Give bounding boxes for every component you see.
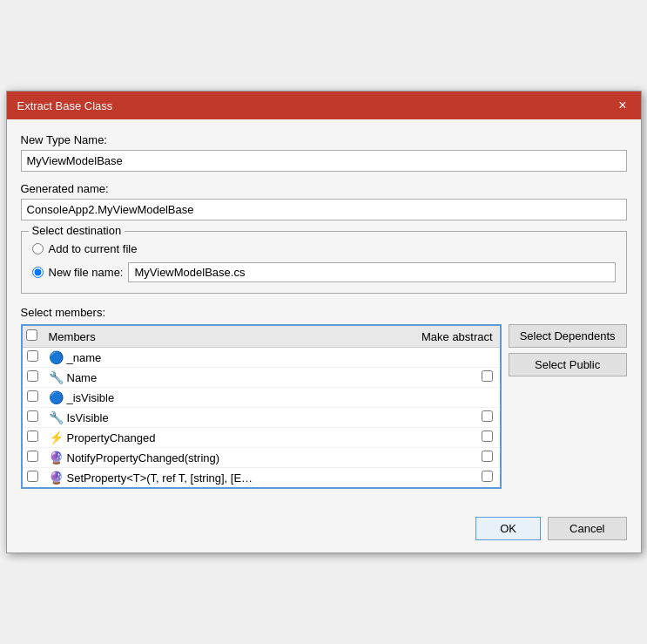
select-all-checkbox[interactable] bbox=[26, 329, 37, 341]
dialog-footer: OK Cancel bbox=[7, 510, 641, 552]
property-icon: 🔧 bbox=[49, 410, 64, 424]
property-icon: 🔧 bbox=[49, 370, 64, 384]
members-table: Members Make abstract 🔵 bbox=[23, 326, 500, 487]
member-checkbox-NotifyPropertyChanged[interactable] bbox=[27, 451, 38, 462]
member-checkbox-Name[interactable] bbox=[27, 370, 38, 382]
abstract-checkbox-SetProperty[interactable] bbox=[482, 471, 493, 482]
select-dependents-button[interactable]: Select Dependents bbox=[509, 324, 627, 348]
members-table-body: 🔵 _name bbox=[23, 348, 500, 488]
member-checkbox-PropertyChanged[interactable] bbox=[27, 430, 38, 442]
abstract-checkbox-Name[interactable] bbox=[482, 370, 493, 382]
member-cell: 🔵 _name bbox=[44, 348, 373, 368]
radio-add-current-row: Add to current file bbox=[32, 242, 616, 255]
new-type-name-label: New Type Name: bbox=[21, 133, 627, 146]
member-cell: 🔵 _isVisible bbox=[44, 388, 373, 408]
dialog-title: Extract Base Class bbox=[17, 99, 113, 112]
side-buttons: Select Dependents Select Public bbox=[509, 324, 627, 376]
abstract-checkbox-PropertyChanged[interactable] bbox=[482, 430, 493, 442]
members-area: Members Make abstract 🔵 bbox=[21, 324, 627, 489]
radio-new-file-row: New file name: bbox=[32, 262, 616, 282]
member-label: Name bbox=[67, 371, 98, 384]
title-bar: Extract Base Class × bbox=[7, 92, 641, 119]
new-file-input[interactable] bbox=[128, 262, 615, 282]
event-icon: ⚡ bbox=[49, 430, 64, 444]
radio-new-file[interactable] bbox=[32, 267, 44, 278]
member-label: NotifyPropertyChanged(string) bbox=[67, 451, 220, 464]
extract-base-class-dialog: Extract Base Class × New Type Name: Gene… bbox=[6, 91, 642, 553]
radio-group: Add to current file New file name: bbox=[32, 239, 616, 282]
radio-add-current-label[interactable]: Add to current file bbox=[49, 242, 138, 255]
select-public-button[interactable]: Select Public bbox=[509, 353, 627, 376]
destination-group: Select destination Add to current file N… bbox=[21, 231, 627, 294]
radio-new-file-label[interactable]: New file name: bbox=[49, 266, 124, 279]
field-icon: 🔵 bbox=[49, 390, 64, 404]
member-label: _isVisible bbox=[67, 391, 115, 404]
generated-name-label: Generated name: bbox=[21, 182, 627, 195]
destination-legend: Select destination bbox=[29, 224, 125, 237]
member-label: PropertyChanged bbox=[67, 431, 156, 444]
cancel-button[interactable]: Cancel bbox=[548, 517, 626, 540]
member-checkbox-isVisible[interactable] bbox=[27, 390, 38, 402]
member-cell: 🔧 IsVisible bbox=[44, 408, 373, 428]
member-label: IsVisible bbox=[67, 411, 109, 424]
table-row: 🔵 _isVisible bbox=[23, 388, 500, 408]
table-row: 🔧 Name bbox=[23, 368, 500, 388]
members-label: Select members: bbox=[21, 306, 627, 319]
generated-name-input[interactable] bbox=[21, 199, 627, 220]
member-label: _name bbox=[67, 351, 102, 364]
table-row: ⚡ PropertyChanged bbox=[23, 428, 500, 448]
member-checkbox-name[interactable] bbox=[27, 350, 38, 362]
members-section: Select members: Members Make abstract bbox=[21, 306, 627, 489]
ok-button[interactable]: OK bbox=[475, 517, 541, 540]
member-cell: 🔧 Name bbox=[44, 368, 373, 388]
member-checkbox-SetProperty[interactable] bbox=[27, 471, 38, 482]
table-row: 🔵 _name bbox=[23, 348, 500, 368]
member-label: SetProperty<T>(T, ref T, [string], [E… bbox=[67, 471, 253, 485]
table-row: 🔧 IsVisible bbox=[23, 408, 500, 428]
member-cell: ⚡ PropertyChanged bbox=[44, 428, 373, 448]
table-row: 🔮 SetProperty<T>(T, ref T, [string], [E… bbox=[23, 468, 500, 488]
method-icon: 🔮 bbox=[49, 451, 64, 464]
close-button[interactable]: × bbox=[615, 98, 630, 112]
method-icon: 🔮 bbox=[49, 471, 64, 485]
member-cell: 🔮 SetProperty<T>(T, ref T, [string], [E… bbox=[44, 468, 373, 488]
members-table-container: Members Make abstract 🔵 bbox=[21, 324, 502, 489]
table-header-row: Members Make abstract bbox=[23, 326, 500, 348]
table-row: 🔮 NotifyPropertyChanged(string) bbox=[23, 448, 500, 468]
dialog-body: New Type Name: Generated name: Select de… bbox=[7, 119, 641, 510]
radio-add-current[interactable] bbox=[32, 243, 44, 254]
member-checkbox-IsVisible[interactable] bbox=[27, 410, 38, 422]
header-make-abstract-col: Make abstract bbox=[372, 326, 499, 348]
abstract-checkbox-NotifyPropertyChanged[interactable] bbox=[482, 451, 493, 462]
abstract-checkbox-IsVisible[interactable] bbox=[482, 410, 493, 422]
new-type-name-input[interactable] bbox=[21, 150, 627, 172]
header-members-col: Members bbox=[44, 326, 373, 348]
header-checkbox-col bbox=[23, 326, 44, 348]
field-icon: 🔵 bbox=[49, 350, 64, 364]
member-cell: 🔮 NotifyPropertyChanged(string) bbox=[44, 448, 373, 468]
